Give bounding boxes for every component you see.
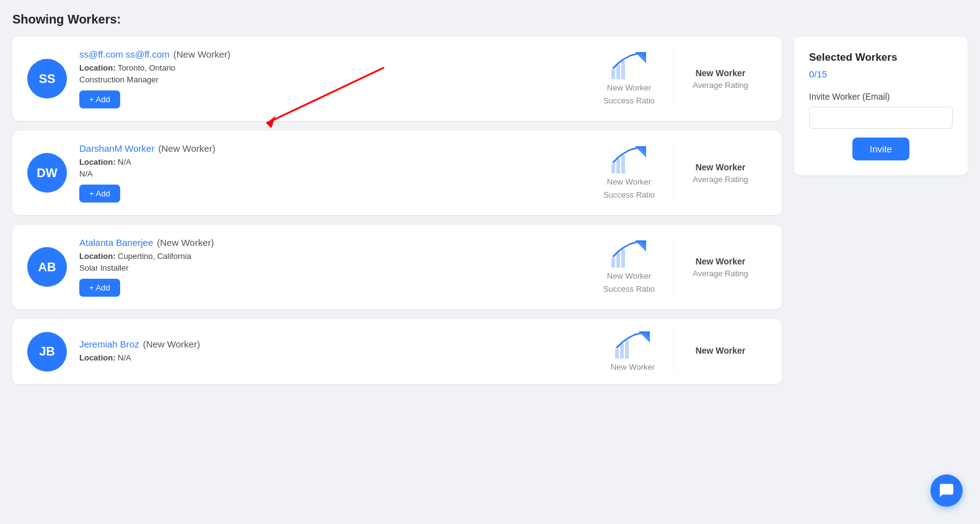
invite-label: Invite Worker (Email): [809, 92, 953, 102]
trend-chart-icon: [611, 146, 646, 173]
avatar: DW: [27, 153, 67, 193]
svg-rect-12: [611, 258, 615, 268]
worker-card: JBJeremiah Broz(New Worker)Location: N/A…: [12, 319, 782, 384]
success-ratio-label: Success Ratio: [603, 190, 655, 199]
svg-rect-19: [625, 340, 629, 359]
sidebar-panel: Selected Workers 0/15 Invite Worker (Ema…: [794, 37, 968, 175]
worker-role: Solar Installer: [79, 263, 572, 273]
chart-label: New Worker: [607, 271, 651, 281]
invite-email-input[interactable]: [809, 107, 953, 129]
rating-label: Average Rating: [693, 269, 748, 278]
add-worker-button[interactable]: + Add: [79, 185, 120, 203]
invite-button[interactable]: Invite: [852, 138, 909, 160]
svg-rect-13: [616, 253, 620, 268]
sidebar-count: 0/15: [809, 69, 953, 79]
success-ratio-label: Success Ratio: [603, 284, 655, 294]
trend-chart-icon: [615, 331, 650, 359]
page-title: Showing Workers:: [12, 12, 968, 27]
worker-badge: (New Worker): [143, 339, 200, 349]
worker-name[interactable]: ss@ff.com ss@ff.com: [79, 49, 170, 59]
chart-label: New Worker: [607, 83, 651, 92]
worker-card: ABAtalanta Banerjee(New Worker)Location:…: [12, 225, 782, 309]
worker-name[interactable]: DarshanM Worker: [79, 143, 154, 154]
svg-rect-14: [621, 249, 625, 268]
worker-stats: New WorkerSuccess RatioNew WorkerAverage…: [585, 240, 767, 294]
stat-rating: New WorkerAverage Rating: [674, 240, 767, 294]
stat-rating: New WorkerAverage Rating: [674, 146, 767, 199]
stat-chart: New WorkerSuccess Ratio: [585, 240, 674, 294]
success-ratio-label: Success Ratio: [603, 96, 655, 105]
worker-info: DarshanM Worker(New Worker)Location: N/A…: [79, 143, 572, 203]
svg-rect-17: [615, 349, 619, 359]
rating-value: New Worker: [696, 346, 746, 356]
worker-stats: New WorkerNew Worker: [592, 331, 767, 372]
worker-badge: (New Worker): [173, 49, 230, 59]
svg-marker-6: [266, 116, 276, 128]
worker-card: DWDarshanM Worker(New Worker)Location: N…: [12, 131, 782, 215]
worker-badge: (New Worker): [158, 143, 215, 154]
rating-value: New Worker: [696, 68, 746, 78]
worker-location: Location: Cupertino, California: [79, 251, 572, 261]
svg-rect-18: [620, 344, 624, 359]
sidebar-title: Selected Workers: [809, 51, 953, 64]
worker-location: Location: N/A: [79, 353, 580, 362]
svg-rect-0: [611, 69, 615, 79]
add-worker-button[interactable]: + Add: [79, 90, 120, 108]
worker-stats: New WorkerSuccess RatioNew WorkerAverage…: [585, 52, 767, 105]
stat-chart: New Worker: [592, 331, 674, 372]
chart-label: New Worker: [611, 362, 655, 372]
rating-value: New Worker: [696, 256, 746, 266]
chat-fab[interactable]: [930, 474, 963, 507]
stat-rating: New Worker: [674, 331, 767, 372]
worker-location: Location: Toronto, Ontario: [79, 63, 572, 72]
worker-name[interactable]: Atalanta Banerjee: [79, 237, 153, 248]
worker-role: N/A: [79, 169, 572, 178]
svg-rect-2: [621, 61, 625, 79]
svg-rect-8: [616, 159, 620, 173]
avatar: SS: [27, 59, 67, 98]
worker-info: Jeremiah Broz(New Worker)Location: N/A: [79, 339, 580, 365]
svg-rect-1: [616, 64, 620, 79]
worker-location: Location: N/A: [79, 157, 572, 167]
worker-role: Construction Manager: [79, 75, 572, 84]
trend-chart-icon: [611, 52, 646, 79]
avatar: AB: [27, 247, 67, 287]
svg-rect-7: [611, 164, 615, 173]
rating-label: Average Rating: [693, 175, 748, 184]
stat-chart: New WorkerSuccess Ratio: [585, 146, 674, 199]
svg-rect-9: [621, 155, 625, 173]
add-worker-button[interactable]: + Add: [79, 279, 120, 297]
rating-value: New Worker: [696, 162, 746, 172]
workers-list: SSss@ff.com ss@ff.com(New Worker)Locatio…: [12, 37, 782, 384]
chart-label: New Worker: [607, 177, 651, 186]
sidebar-panel-container: Selected Workers 0/15 Invite Worker (Ema…: [794, 37, 968, 175]
stat-rating: New WorkerAverage Rating: [674, 52, 767, 105]
worker-info: ss@ff.com ss@ff.com(New Worker)Location:…: [79, 49, 572, 108]
worker-badge: (New Worker): [157, 237, 214, 248]
stat-chart: New WorkerSuccess Ratio: [585, 52, 674, 105]
worker-info: Atalanta Banerjee(New Worker)Location: C…: [79, 237, 572, 297]
worker-stats: New WorkerSuccess RatioNew WorkerAverage…: [585, 146, 767, 199]
worker-name[interactable]: Jeremiah Broz: [79, 339, 139, 349]
trend-chart-icon: [611, 240, 646, 268]
worker-card: SSss@ff.com ss@ff.com(New Worker)Locatio…: [12, 37, 782, 121]
rating-label: Average Rating: [693, 81, 748, 90]
avatar: JB: [27, 332, 67, 372]
